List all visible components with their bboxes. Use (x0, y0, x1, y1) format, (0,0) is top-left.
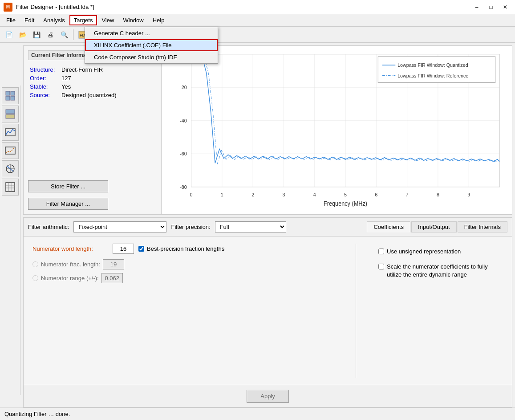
status-bar: Quantizing Filter … done. (0, 408, 515, 420)
svg-text:Lowpass FIR Window: Quantized: Lowpass FIR Window: Quantized (397, 62, 468, 68)
numerator-word-length-label: Numerator word length: (32, 245, 108, 252)
svg-text:6: 6 (375, 192, 377, 198)
svg-text:Lowpass FIR Window: Reference: Lowpass FIR Window: Reference (397, 73, 468, 78)
left-sidebar (0, 86, 20, 395)
svg-text:0: 0 (190, 192, 193, 198)
structure-value: Direct-Form FIR (61, 66, 103, 73)
frequency-plot: 0 -20 -40 -60 -80 0 1 2 3 4 5 6 7 8 9 (165, 49, 508, 211)
sidebar-btn-6[interactable] (2, 179, 19, 196)
svg-text:-80: -80 (180, 184, 187, 190)
toolbar-new[interactable]: 📄 (3, 29, 15, 41)
toolbar-sep1 (73, 29, 73, 40)
numerator-frac-row: Numerator frac. length: (32, 259, 333, 269)
numerator-range-label: Numerator range (+/-): (41, 275, 99, 281)
apply-row: Apply (24, 385, 512, 407)
svg-text:-40: -40 (180, 118, 187, 124)
toolbar-print[interactable]: 🖨 (44, 29, 57, 41)
divider-vertical (356, 244, 356, 378)
numerator-word-length-row: Numerator word length: Best-precision fr… (32, 244, 333, 254)
svg-rect-29 (6, 183, 15, 192)
sidebar-btn-4[interactable] (2, 142, 19, 159)
sidebar-btn-2[interactable] (2, 106, 19, 122)
sidebar-btn-5[interactable] (2, 160, 19, 177)
svg-rect-18 (11, 91, 15, 95)
tab-container: Coefficients Input/Output Filter Interna… (367, 221, 507, 232)
filter-info-table: Structure: Direct-Form FIR Order: 127 St… (28, 66, 157, 100)
dropdown-xilinx-coe[interactable]: XILINX Coefficient (.COE) File (85, 39, 218, 51)
numerator-range-row: Numerator range (+/-): (32, 273, 333, 283)
tab-coefficients[interactable]: Coefficients (367, 221, 410, 232)
use-unsigned-label: Use unsigned representation (387, 248, 461, 255)
scale-numerator-checkbox[interactable] (378, 264, 384, 269)
filter-source-row: Source: Designed (quantized) (30, 92, 157, 98)
arithmetic-select[interactable]: Fixed-point Double-precision floating po… (73, 221, 166, 232)
top-section: Current Filter Information Structure: Di… (23, 45, 512, 215)
arithmetic-row: Filter arithmetic: Fixed-point Double-pr… (24, 218, 512, 237)
svg-text:5: 5 (344, 192, 347, 198)
scale-numerator-row: Scale the numerator coefficients to full… (378, 263, 503, 279)
coeff-left: Numerator word length: Best-precision fr… (32, 244, 333, 378)
dropdown-code-composer[interactable]: Code Composer Studio (tm) IDE (85, 51, 218, 63)
order-value: 127 (61, 75, 71, 82)
dropdown-generate-c-header[interactable]: Generate C header ... (85, 27, 218, 39)
numerator-range-input (101, 273, 123, 283)
use-unsigned-row: Use unsigned representation (378, 248, 503, 255)
toolbar-save[interactable]: 💾 (30, 29, 43, 41)
svg-text:4: 4 (313, 192, 316, 198)
svg-text:-60: -60 (180, 151, 187, 157)
structure-label: Structure: (30, 66, 59, 73)
toolbar-find[interactable]: 🔍 (58, 29, 70, 41)
precision-label: Filter precision: (171, 224, 210, 230)
minimize-button[interactable]: – (470, 2, 483, 12)
targets-dropdown: Generate C header ... XILINX Coefficient… (85, 27, 218, 64)
tab-input-output[interactable]: Input/Output (411, 221, 457, 232)
svg-text:2: 2 (251, 192, 254, 198)
numerator-word-length-input[interactable] (113, 244, 134, 254)
menu-analysis[interactable]: Analysis (39, 15, 69, 25)
tab-filter-internals[interactable]: Filter Internals (458, 221, 507, 232)
sidebar-btn-3[interactable] (2, 124, 19, 141)
filter-stable-row: Stable: Yes (30, 83, 157, 90)
numerator-frac-label: Numerator frac. length: (41, 261, 100, 268)
menu-targets[interactable]: Targets (69, 15, 97, 25)
numerator-frac-input (103, 259, 124, 269)
menu-view[interactable]: View (97, 15, 118, 25)
apply-button[interactable]: Apply (247, 390, 289, 403)
store-filter-button[interactable]: Store Filter ... (28, 180, 108, 192)
svg-rect-17 (6, 91, 10, 95)
toolbar-open[interactable]: 📂 (16, 29, 29, 41)
maximize-button[interactable]: □ (485, 2, 497, 12)
svg-text:3: 3 (282, 192, 285, 198)
menu-help[interactable]: Help (148, 15, 169, 25)
use-unsigned-checkbox[interactable] (378, 249, 384, 254)
filter-order-row: Order: 127 (30, 75, 157, 82)
svg-text:1: 1 (221, 192, 223, 198)
close-button[interactable]: ✕ (499, 2, 511, 12)
toolbar: 📄 📂 💾 🖨 🔍 FD FD ⇧ FIR i ❓ (0, 27, 515, 43)
numerator-frac-radio[interactable] (32, 261, 38, 267)
arithmetic-label: Filter arithmetic: (28, 224, 69, 230)
svg-text:7: 7 (406, 192, 409, 198)
window-title: Filter Designer - [untitled.fda *] (16, 4, 94, 10)
title-bar-controls[interactable]: – □ ✕ (470, 2, 511, 12)
title-bar: M Filter Designer - [untitled.fda *] – □… (0, 0, 515, 14)
filter-manager-button[interactable]: Filter Manager ... (28, 198, 108, 210)
plot-area: 0 -20 -40 -60 -80 0 1 2 3 4 5 6 7 8 9 (162, 46, 512, 214)
status-text: Quantizing Filter … done. (4, 411, 70, 417)
sidebar-btn-1[interactable] (2, 87, 19, 104)
svg-rect-22 (6, 114, 15, 118)
precision-select[interactable]: Full Custom (215, 221, 286, 232)
menu-file[interactable]: File (2, 15, 20, 25)
stable-label: Stable: (30, 83, 59, 90)
svg-text:8: 8 (437, 192, 439, 198)
numerator-range-radio[interactable] (32, 275, 38, 281)
bottom-section: Filter arithmetic: Fixed-point Double-pr… (23, 217, 512, 408)
best-precision-checkbox[interactable] (138, 246, 144, 252)
menu-edit[interactable]: Edit (20, 15, 39, 25)
stable-value: Yes (61, 83, 71, 90)
menu-window[interactable]: Window (118, 15, 148, 25)
source-label: Source: (30, 92, 59, 98)
svg-text:9: 9 (467, 192, 470, 198)
filter-structure-row: Structure: Direct-Form FIR (30, 66, 157, 73)
svg-rect-19 (6, 96, 10, 100)
